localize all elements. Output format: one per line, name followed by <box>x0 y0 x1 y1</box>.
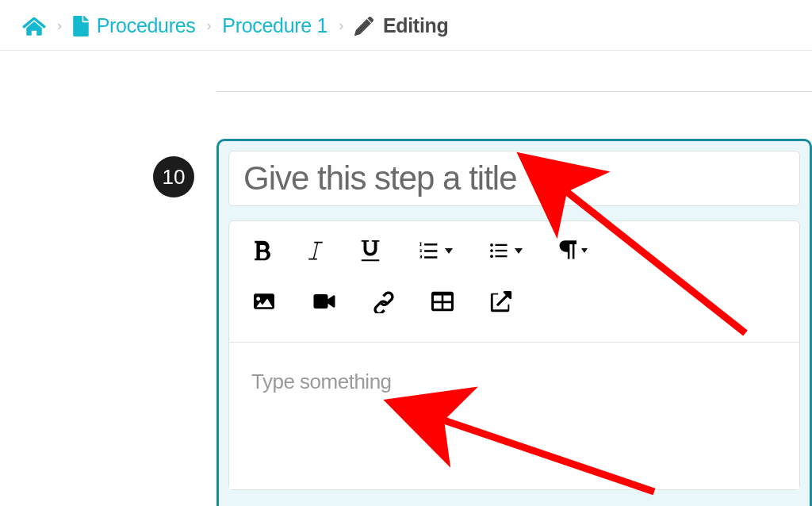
home-icon <box>22 16 46 36</box>
insert-link-button[interactable] <box>372 289 396 313</box>
external-link-icon <box>489 289 513 313</box>
pencil-icon <box>354 17 373 36</box>
italic-icon <box>307 240 324 262</box>
breadcrumb-home[interactable] <box>22 16 46 36</box>
underline-icon <box>359 239 381 263</box>
breadcrumb-procedure-1-label: Procedure 1 <box>222 14 327 36</box>
svg-rect-4 <box>496 250 508 251</box>
ordered-list-button[interactable] <box>416 240 453 261</box>
insert-video-button[interactable] <box>312 292 337 311</box>
step-number-badge: 10 <box>153 156 194 197</box>
dropdown-caret-icon <box>515 248 523 254</box>
bold-button[interactable] <box>251 240 272 262</box>
svg-rect-3 <box>496 244 508 246</box>
link-icon <box>372 289 396 313</box>
paragraph-icon <box>557 240 576 262</box>
italic-button[interactable] <box>307 240 324 262</box>
content-divider <box>216 91 812 92</box>
breadcrumb-separator-icon: › <box>57 17 62 34</box>
step-number-value: 10 <box>163 165 186 190</box>
breadcrumb-procedure-1[interactable]: Procedure 1 <box>222 14 327 37</box>
svg-point-1 <box>490 249 493 252</box>
file-icon <box>73 16 89 36</box>
breadcrumb-procedures-label: Procedures <box>97 14 196 37</box>
table-icon <box>431 290 454 312</box>
image-icon <box>251 291 277 312</box>
breadcrumb-procedures[interactable]: Procedures <box>73 14 196 37</box>
breadcrumb-current-label: Editing <box>383 14 449 37</box>
insert-table-button[interactable] <box>431 290 454 312</box>
ordered-list-icon <box>416 240 440 261</box>
svg-point-0 <box>490 243 493 247</box>
breadcrumb-current: Editing <box>354 14 449 37</box>
step-editor-card <box>216 139 812 506</box>
paragraph-format-button[interactable] <box>557 240 588 262</box>
step-title-input[interactable] <box>228 151 800 206</box>
video-icon <box>312 292 337 311</box>
bold-icon <box>251 240 272 262</box>
svg-point-2 <box>490 255 493 259</box>
dropdown-caret-icon <box>445 248 453 254</box>
underline-button[interactable] <box>359 239 381 263</box>
editor-toolbar <box>229 221 799 343</box>
step-body-input[interactable] <box>229 343 799 489</box>
breadcrumb-separator-icon: › <box>207 17 212 34</box>
dropdown-caret-icon <box>581 248 588 253</box>
unordered-list-icon <box>488 241 510 260</box>
svg-rect-5 <box>496 255 508 257</box>
breadcrumb: › Procedures › Procedure 1 › Editing <box>0 0 812 51</box>
insert-image-button[interactable] <box>251 291 277 312</box>
step-body-card <box>228 220 800 490</box>
breadcrumb-separator-icon: › <box>339 17 343 34</box>
open-link-button[interactable] <box>489 289 513 313</box>
unordered-list-button[interactable] <box>488 241 523 260</box>
